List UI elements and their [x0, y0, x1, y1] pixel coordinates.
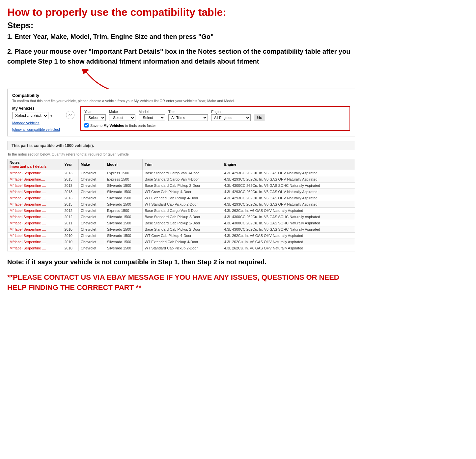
- table-row: Mfrlabel:Serpentine .... 2010 Chevrolet …: [8, 239, 355, 245]
- cell-model: Silverado 1500: [105, 239, 143, 245]
- cell-engine: 4.3L 4300CC 262Cu. In. V6 GAS SOHC Natur…: [222, 220, 355, 226]
- cell-make: Chevrolet: [79, 195, 105, 201]
- cell-notes: Mfrlabel:Serpentine ....: [8, 214, 62, 220]
- cell-notes: Mfrlabel:Serpentine ....: [8, 233, 62, 239]
- cell-make: Chevrolet: [79, 170, 105, 176]
- cell-notes: Mfrlabel:Serpentine....: [8, 176, 62, 183]
- cell-make: Chevrolet: [79, 233, 105, 239]
- vehicle-select[interactable]: Select a vehicle: [12, 112, 48, 119]
- main-title: How to properly use the compatibility ta…: [7, 6, 355, 18]
- col-engine: Engine: [222, 159, 355, 170]
- table-row: Mfrlabel:Serpentine .... 2010 Chevrolet …: [8, 233, 355, 239]
- cell-make: Chevrolet: [79, 245, 105, 251]
- cell-notes: Mfrlabel:Serpentine ....: [8, 195, 62, 201]
- cell-trim: WT Extended Cab Pickup 4-Door: [143, 195, 222, 201]
- model-select[interactable]: -Select-: [139, 114, 165, 121]
- cell-trim: Base Standard Cargo Van 3-Door: [143, 208, 222, 214]
- make-select[interactable]: -Select-: [109, 114, 135, 121]
- cell-trim: WT Crew Cab Pickup 4-Door: [143, 233, 222, 239]
- cell-notes: Mfrlabel:Serpentine ....: [8, 183, 62, 189]
- compat-title: Compatibility: [12, 93, 350, 98]
- year-label: Year: [84, 110, 106, 114]
- cell-make: Chevrolet: [79, 176, 105, 183]
- make-label: Make: [109, 110, 135, 114]
- cell-model: Express 1500: [105, 176, 143, 183]
- cell-trim: Base Standard Cab Pickup 2-Door: [143, 214, 222, 220]
- cell-notes: Mfrlabel:Serpentine ....: [8, 170, 62, 176]
- cell-engine: 4.3L 4293CC 262Cu. In. V6 GAS OHV Natura…: [222, 189, 355, 195]
- cell-year: 2012: [62, 208, 79, 214]
- cell-notes: Mfrlabel:Serpentine ....: [8, 245, 62, 251]
- table-row: Mfrlabel:Serpentine .... 2013 Chevrolet …: [8, 201, 355, 208]
- cell-year: 2010: [62, 226, 79, 233]
- cell-trim: Base Standard Cab Pickup 2-Door: [143, 183, 222, 189]
- save-text: Save to My Vehicles to finds parts faste…: [90, 124, 156, 128]
- table-row: Mfrlabel:Serpentine .... 2010 Chevrolet …: [8, 226, 355, 233]
- cell-model: Silverado 1500: [105, 201, 143, 208]
- save-checkbox[interactable]: [84, 123, 89, 128]
- cell-engine: 4.3L 4293CC 262Cu. In. V6 GAS OHV Natura…: [222, 176, 355, 183]
- trim-select[interactable]: All Trims: [168, 114, 208, 121]
- table-row: Mfrlabel:Serpentine .... 2012 Chevrolet …: [8, 208, 355, 214]
- cell-notes: Mfrlabel:Serpentine ....: [8, 239, 62, 245]
- dropdown-arrow-icon: ▼: [50, 114, 53, 118]
- cell-trim: Base Standard Cab Pickup 2-Door: [143, 226, 222, 233]
- my-vehicles-label: My Vehicles: [12, 106, 60, 111]
- table-row: Mfrlabel:Serpentine .... 2013 Chevrolet …: [8, 195, 355, 201]
- compat-note: In the notes section below, Quantity ref…: [7, 152, 355, 156]
- table-row: Mfrlabel:Serpentine .... 2011 Chevrolet …: [8, 220, 355, 226]
- vehicle-select-wrapper: Select a vehicle ▼: [12, 112, 60, 119]
- cell-year: 2012: [62, 214, 79, 220]
- cell-make: Chevrolet: [79, 220, 105, 226]
- cell-make: Chevrolet: [79, 226, 105, 233]
- year-field: Year -Select-: [84, 110, 106, 121]
- important-part-label: Important part details: [10, 164, 60, 168]
- year-select[interactable]: -Select-: [84, 114, 106, 121]
- cell-engine: 4.3L 4293CC 262Cu. In. V6 GAS OHV Natura…: [222, 201, 355, 208]
- cell-trim: WT Standard Cab Pickup 2-Door: [143, 245, 222, 251]
- engine-select[interactable]: All Engines: [211, 114, 251, 121]
- cell-year: 2010: [62, 233, 79, 239]
- cell-engine: 4.3L 4300CC 262Cu. In. V6 GAS SOHC Natur…: [222, 226, 355, 233]
- manage-vehicles-link[interactable]: Manage vehicles: [12, 121, 60, 125]
- cell-year: 2013: [62, 189, 79, 195]
- cell-engine: 4.3L 262Cu. In. V6 GAS OHV Naturally Asp…: [222, 239, 355, 245]
- cell-trim: Base Standard Cab Pickup 2-Door: [143, 220, 222, 226]
- col-notes: Notes Important part details: [8, 159, 62, 170]
- cell-engine: 4.3L 262Cu. In. V6 GAS OHV Naturally Asp…: [222, 208, 355, 214]
- save-row: Save to My Vehicles to finds parts faste…: [84, 123, 346, 128]
- or-circle: or: [66, 111, 74, 119]
- go-button[interactable]: Go: [254, 114, 265, 121]
- model-field: Model -Select-: [139, 110, 165, 121]
- cell-engine: 4.3L 4293CC 262Cu. In. V6 GAS OHV Natura…: [222, 170, 355, 176]
- cell-trim: WT Extended Cab Pickup 4-Door: [143, 239, 222, 245]
- year-make-section: Year -Select- Make -Select- Model -Selec…: [80, 106, 350, 131]
- cell-notes: Mfrlabel:Serpentine ....: [8, 208, 62, 214]
- cell-model: Silverado 1500: [105, 195, 143, 201]
- cell-make: Chevrolet: [79, 214, 105, 220]
- compat-info-bar: This part is compatible with 1000 vehicl…: [7, 141, 355, 150]
- cell-make: Chevrolet: [79, 239, 105, 245]
- cell-engine: 4.3L 4300CC 262Cu. In. V6 GAS SOHC Natur…: [222, 214, 355, 220]
- cell-year: 2013: [62, 170, 79, 176]
- my-vehicles-section: My Vehicles Select a vehicle ▼ Manage ve…: [12, 106, 60, 132]
- cell-make: Chevrolet: [79, 189, 105, 195]
- table-header-row: Notes Important part details Year Make M…: [8, 159, 355, 170]
- col-model: Model: [105, 159, 143, 170]
- cell-model: Silverado 1500: [105, 183, 143, 189]
- cell-notes: Mfrlabel:Serpentine ....: [8, 220, 62, 226]
- cell-notes: Mfrlabel:Serpentine ....: [8, 189, 62, 195]
- cell-trim: WT Standard Cab Pickup 2-Door: [143, 201, 222, 208]
- cell-year: 2013: [62, 183, 79, 189]
- note-block: Note: if it says your vehicle is not com…: [7, 257, 355, 267]
- table-body: Mfrlabel:Serpentine .... 2013 Chevrolet …: [8, 170, 355, 251]
- compatibility-box: Compatibility To confirm that this part …: [7, 89, 355, 136]
- cell-year: 2010: [62, 245, 79, 251]
- cell-engine: 4.3L 262Cu. In. V6 GAS OHV Naturally Asp…: [222, 245, 355, 251]
- show-all-link[interactable]: [show all compatible vehicles]: [12, 128, 60, 131]
- compat-subtitle: To confirm that this part fits your vehi…: [12, 99, 350, 103]
- cell-year: 2010: [62, 239, 79, 245]
- compatibility-table: Notes Important part details Year Make M…: [7, 159, 355, 251]
- table-row: Mfrlabel:Serpentine .... 2013 Chevrolet …: [8, 170, 355, 176]
- cell-engine: 4.3L 4293CC 262Cu. In. V6 GAS OHV Natura…: [222, 195, 355, 201]
